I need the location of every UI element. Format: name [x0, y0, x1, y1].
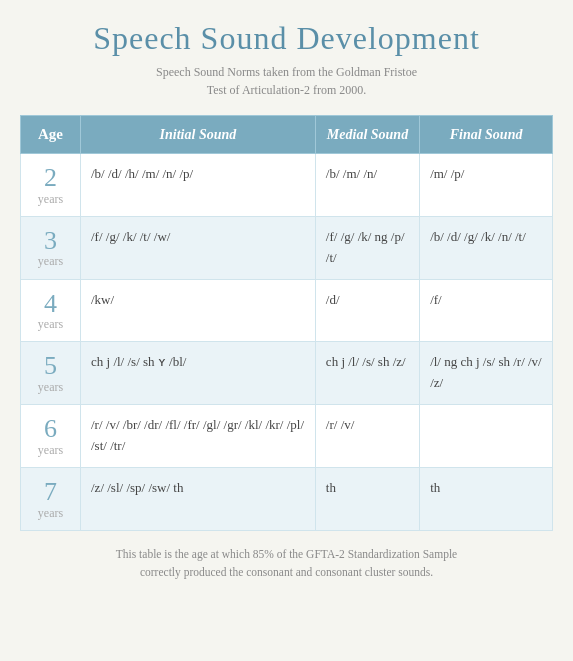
medial-sound-cell: /r/ /v/ [315, 405, 419, 468]
table-row: 7years/z/ /sl/ /sp/ /sw/ ththth [21, 467, 553, 530]
age-number: 6 [31, 415, 70, 444]
table-header-row: Age Initial Sound Medial Sound Final Sou… [21, 116, 553, 154]
age-cell: 7years [21, 467, 81, 530]
medial-sound-cell: th [315, 467, 419, 530]
age-cell: 2years [21, 154, 81, 217]
initial-sound-cell: /kw/ [81, 279, 316, 342]
table-row: 2years/b/ /d/ /h/ /m/ /n/ /p//b/ /m/ /n/… [21, 154, 553, 217]
subtitle-line1: Speech Sound Norms taken from the Goldma… [156, 65, 417, 79]
initial-sound-cell: ch j /l/ /s/ sh ʏ /bl/ [81, 342, 316, 405]
final-sound-cell: /l/ ng ch j /s/ sh /r/ /v/ /z/ [420, 342, 553, 405]
col-header-age: Age [21, 116, 81, 154]
table-row: 5yearsch j /l/ /s/ sh ʏ /bl/ch j /l/ /s/… [21, 342, 553, 405]
col-header-medial: Medial Sound [315, 116, 419, 154]
age-number: 5 [31, 352, 70, 381]
final-sound-cell: /b/ /d/ /g/ /k/ /n/ /t/ [420, 216, 553, 279]
table-row: 4years/kw//d//f/ [21, 279, 553, 342]
footer-line2: correctly produced the consonant and con… [140, 566, 433, 578]
final-sound-cell: th [420, 467, 553, 530]
age-label: years [31, 318, 70, 331]
page: Speech Sound Development Speech Sound No… [0, 0, 573, 601]
page-subtitle: Speech Sound Norms taken from the Goldma… [20, 63, 553, 99]
age-cell: 4years [21, 279, 81, 342]
initial-sound-cell: /r/ /v/ /br/ /dr/ /fl/ /fr/ /gl/ /gr/ /k… [81, 405, 316, 468]
age-cell: 6years [21, 405, 81, 468]
col-header-initial: Initial Sound [81, 116, 316, 154]
medial-sound-cell: /d/ [315, 279, 419, 342]
table-row: 3years/f/ /g/ /k/ /t/ /w//f/ /g/ /k/ ng … [21, 216, 553, 279]
footer: This table is the age at which 85% of th… [20, 545, 553, 582]
age-number: 3 [31, 227, 70, 256]
age-label: years [31, 381, 70, 394]
initial-sound-cell: /f/ /g/ /k/ /t/ /w/ [81, 216, 316, 279]
age-label: years [31, 507, 70, 520]
final-sound-cell: /m/ /p/ [420, 154, 553, 217]
age-number: 7 [31, 478, 70, 507]
age-label: years [31, 193, 70, 206]
speech-table: Age Initial Sound Medial Sound Final Sou… [20, 115, 553, 531]
medial-sound-cell: /b/ /m/ /n/ [315, 154, 419, 217]
age-label: years [31, 444, 70, 457]
age-number: 4 [31, 290, 70, 319]
col-header-final: Final Sound [420, 116, 553, 154]
subtitle-line2: Test of Articulation-2 from 2000. [207, 83, 366, 97]
initial-sound-cell: /z/ /sl/ /sp/ /sw/ th [81, 467, 316, 530]
age-cell: 5years [21, 342, 81, 405]
final-sound-cell: /f/ [420, 279, 553, 342]
age-number: 2 [31, 164, 70, 193]
page-title: Speech Sound Development [20, 20, 553, 57]
initial-sound-cell: /b/ /d/ /h/ /m/ /n/ /p/ [81, 154, 316, 217]
medial-sound-cell: ch j /l/ /s/ sh /z/ [315, 342, 419, 405]
medial-sound-cell: /f/ /g/ /k/ ng /p/ /t/ [315, 216, 419, 279]
age-label: years [31, 255, 70, 268]
final-sound-cell [420, 405, 553, 468]
table-row: 6years/r/ /v/ /br/ /dr/ /fl/ /fr/ /gl/ /… [21, 405, 553, 468]
footer-line1: This table is the age at which 85% of th… [116, 548, 457, 560]
age-cell: 3years [21, 216, 81, 279]
